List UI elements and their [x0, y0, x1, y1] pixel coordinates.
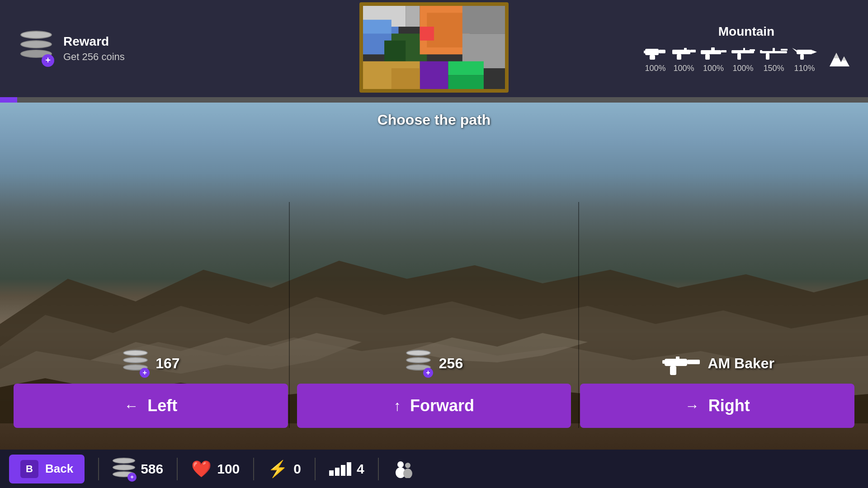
weapon-pistol-pct: 100% — [645, 64, 665, 73]
svg-rect-1 — [406, 6, 420, 27]
weapon-sniper-pistol: 100% — [731, 43, 755, 73]
reward-description: Get 256 coins — [63, 51, 125, 63]
svg-rect-35 — [773, 48, 775, 52]
svg-rect-18 — [650, 55, 655, 60]
map-svg — [363, 6, 505, 89]
heart-icon: ❤️ — [191, 460, 212, 479]
back-button[interactable]: B Back — [9, 455, 85, 483]
coins-value: 586 — [141, 461, 163, 477]
weapon-smg-pct: 100% — [673, 64, 694, 73]
mountain-section: Mountain 100% 100% — [643, 24, 850, 73]
svg-rect-25 — [721, 50, 726, 52]
divider-5 — [378, 458, 379, 480]
svg-rect-37 — [760, 50, 762, 52]
svg-rect-41 — [800, 54, 804, 60]
progress-bar — [0, 97, 868, 103]
weapon-icons-row: 100% 100% — [643, 43, 850, 73]
svg-rect-20 — [672, 50, 690, 54]
gun-reward-icon — [660, 350, 701, 377]
progress-bar-fill — [0, 97, 17, 103]
divider-1 — [98, 458, 99, 480]
path-option-forward: + 256 ↑ Forward — [297, 350, 571, 428]
reward-text: Reward Get 256 coins — [63, 34, 125, 63]
map-container — [359, 2, 509, 93]
path-forward-reward: + 256 — [405, 350, 463, 377]
path-left-reward-value: 167 — [156, 355, 179, 372]
coin-plus-icon: + — [42, 54, 54, 67]
weapon-rocket-pct: 110% — [794, 64, 815, 73]
signal-value: 4 — [357, 461, 364, 477]
path-right-reward: AM Baker — [660, 350, 774, 377]
energy-stat: ⚡ 0 — [268, 460, 301, 479]
choose-path-label: Choose the path — [377, 112, 491, 128]
bottom-coin-plus: + — [127, 473, 137, 482]
signal-icon — [329, 462, 351, 476]
svg-rect-22 — [677, 54, 681, 60]
svg-rect-21 — [690, 50, 696, 52]
reward-coin-icon: + — [18, 31, 54, 67]
svg-rect-38 — [797, 50, 812, 54]
svg-rect-53 — [687, 360, 700, 364]
path-forward-coin-icon: + — [405, 350, 432, 377]
path-forward-label: Forward — [410, 396, 474, 415]
path-forward-button[interactable]: ↑ Forward — [297, 384, 571, 428]
svg-rect-36 — [781, 49, 788, 51]
divider-2 — [177, 458, 178, 480]
path-right-reward-value: AM Baker — [708, 355, 774, 372]
svg-point-59 — [405, 463, 410, 468]
svg-rect-26 — [705, 54, 710, 60]
reward-section: + Reward Get 256 coins — [18, 31, 125, 67]
svg-marker-40 — [792, 48, 797, 52]
svg-rect-56 — [676, 357, 679, 359]
arrow-up-icon: ↑ — [394, 398, 401, 414]
svg-marker-45 — [842, 56, 846, 61]
svg-rect-52 — [665, 359, 687, 366]
path-option-right: AM Baker → Right — [580, 350, 854, 428]
svg-point-57 — [397, 461, 404, 468]
svg-marker-44 — [834, 53, 839, 58]
team-icon — [392, 460, 415, 478]
svg-rect-12 — [448, 75, 484, 89]
path-forward-coin-plus: + — [423, 368, 433, 378]
arrow-right-icon: → — [685, 398, 699, 414]
svg-rect-3 — [363, 20, 392, 34]
path-choices: + 167 ← Left + 256 — [0, 350, 868, 428]
coins-stat: + 586 — [113, 458, 163, 480]
path-right-label: Right — [708, 396, 750, 415]
weapon-rocket: 110% — [792, 43, 817, 73]
svg-rect-54 — [670, 366, 676, 375]
path-left-coin-plus: + — [140, 368, 150, 378]
mountain-title: Mountain — [718, 24, 774, 39]
weapon-pistol: 100% — [643, 43, 668, 73]
divider-3 — [253, 458, 254, 480]
game-area: Choose the path + 167 ← Left — [0, 103, 868, 455]
weapon-mountain — [821, 48, 850, 73]
svg-rect-28 — [701, 52, 704, 53]
svg-rect-32 — [750, 49, 755, 51]
svg-rect-30 — [737, 53, 741, 60]
svg-point-60 — [403, 469, 412, 478]
lightning-icon: ⚡ — [268, 460, 288, 479]
svg-rect-11 — [448, 61, 484, 75]
path-option-left: + 167 ← Left — [14, 350, 288, 428]
svg-rect-8 — [462, 6, 505, 33]
path-left-reward: + 167 — [122, 350, 179, 377]
svg-rect-15 — [420, 27, 434, 41]
path-left-button[interactable]: ← Left — [14, 384, 288, 428]
svg-rect-14 — [392, 68, 420, 89]
svg-rect-27 — [711, 47, 715, 51]
back-key-badge: B — [20, 460, 38, 478]
svg-rect-19 — [644, 51, 646, 53]
back-key-label: B — [26, 463, 33, 475]
reward-title: Reward — [63, 34, 125, 49]
path-right-button[interactable]: → Right — [580, 384, 854, 428]
path-left-label: Left — [147, 396, 177, 415]
path-left-coin-icon: + — [122, 350, 149, 377]
health-value: 100 — [217, 461, 240, 477]
weapon-smg: 100% — [671, 43, 696, 73]
svg-rect-34 — [766, 53, 769, 60]
team-stat — [392, 460, 415, 478]
weapon-sniper-pistol-pct: 100% — [732, 64, 753, 73]
svg-rect-55 — [662, 360, 667, 364]
svg-rect-16 — [645, 49, 659, 55]
